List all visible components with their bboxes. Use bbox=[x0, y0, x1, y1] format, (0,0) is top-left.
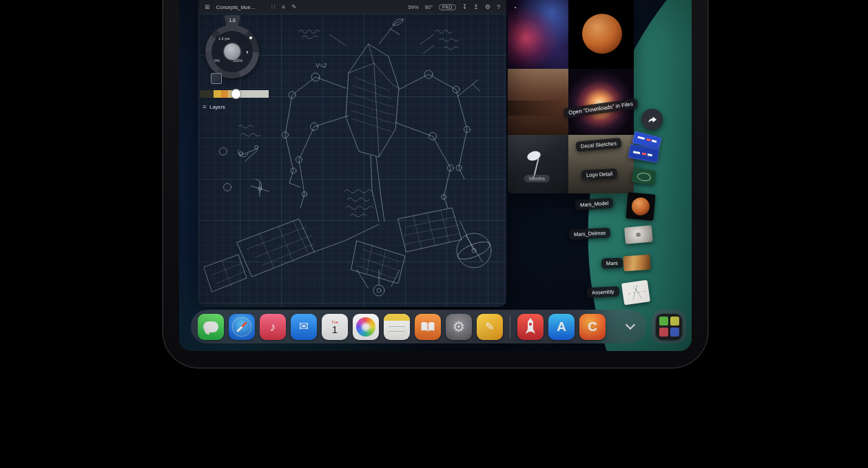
dish-decoration bbox=[526, 149, 541, 162]
canvas-annotation: V=2 bbox=[316, 62, 327, 69]
mars-thumbnail[interactable] bbox=[623, 255, 650, 272]
download-icon[interactable]: ↧ bbox=[462, 4, 468, 10]
settings-app-icon[interactable]: ⚙ bbox=[446, 314, 472, 340]
notes-app-icon[interactable] bbox=[384, 314, 410, 340]
opacity-max-label: 100% bbox=[233, 58, 242, 63]
swatch-charcoal[interactable] bbox=[200, 90, 214, 98]
pen-icon[interactable]: ✎ bbox=[291, 4, 297, 10]
app-library-icon[interactable] bbox=[656, 314, 682, 340]
rocket-app-icon[interactable] bbox=[517, 314, 544, 340]
opacity-min-label: 0% bbox=[214, 58, 220, 63]
app-library-tile bbox=[670, 328, 679, 337]
notes-line bbox=[389, 326, 405, 328]
notes-line bbox=[389, 331, 405, 332]
export-icon[interactable]: ↥ bbox=[473, 4, 479, 10]
layers-title: Layers bbox=[209, 104, 225, 110]
mars-model-thumbnail[interactable] bbox=[626, 192, 655, 220]
stage: Months All ⊞ Concepts_blue… ∷ ≡ ✎ 59% 90… bbox=[0, 0, 868, 468]
dock: ♪ ✉ Tue 1 ⚙ bbox=[191, 310, 646, 343]
tab-months[interactable]: Months bbox=[524, 175, 550, 182]
pro-badge[interactable]: PRO bbox=[439, 4, 456, 10]
gear-icon: ⚙ bbox=[453, 319, 466, 334]
menu-icon[interactable]: ≡ bbox=[282, 4, 285, 10]
concepts-window: ⊞ Concepts_blue… ∷ ≡ ✎ 59% 90° PRO ↧ ↥ ⚙… bbox=[198, 0, 506, 307]
drag-item-label[interactable]: Mars bbox=[601, 257, 623, 268]
calendar-day: 1 bbox=[332, 324, 338, 335]
tool-wheel[interactable]: 1.6 1.6 pts 0% 100% ◐ bbox=[205, 25, 259, 78]
drag-item-label[interactable]: Assembly bbox=[587, 286, 619, 298]
flower-icon bbox=[356, 317, 375, 337]
concepts-c-icon: C bbox=[588, 320, 597, 333]
rocket-icon bbox=[525, 318, 537, 335]
messages-app-icon[interactable] bbox=[198, 314, 224, 340]
rotation-value[interactable]: 90° bbox=[425, 4, 433, 10]
concepts-toolbar: ⊞ Concepts_blue… ∷ ≡ ✎ 59% 90° PRO ↧ ↥ ⚙… bbox=[198, 0, 506, 14]
music-app-icon[interactable]: ♪ bbox=[260, 314, 286, 340]
app-library-tile bbox=[670, 317, 679, 326]
brush-size-tab[interactable]: 1.6 bbox=[224, 15, 240, 25]
zoom-level[interactable]: 59% bbox=[409, 4, 419, 10]
photos-app-icon[interactable] bbox=[353, 314, 379, 340]
tool-wheel-knob[interactable] bbox=[224, 43, 240, 60]
logo-thumbnail[interactable] bbox=[632, 168, 657, 185]
wheel-marker-dot bbox=[249, 36, 252, 39]
file-name[interactable]: Concepts_blue… bbox=[216, 4, 256, 10]
mars-deimos-thumbnail[interactable] bbox=[624, 225, 653, 244]
dock-collapse-button[interactable] bbox=[621, 314, 639, 340]
help-icon[interactable]: ? bbox=[497, 4, 500, 10]
app-store-a-icon: A bbox=[557, 320, 566, 333]
pencil-app-icon[interactable]: ✎ bbox=[477, 314, 503, 340]
layers-menu-icon: ≡ bbox=[203, 104, 206, 110]
photo-spacecraft[interactable] bbox=[508, 135, 568, 193]
photo-nebula[interactable] bbox=[508, 0, 568, 69]
ipad-device: Months All ⊞ Concepts_blue… ∷ ≡ ✎ 59% 90… bbox=[163, 0, 707, 368]
swatch-orange[interactable] bbox=[221, 90, 228, 98]
recent-app-container bbox=[652, 310, 686, 343]
notes-header-strip bbox=[384, 314, 410, 321]
forward-arrow-icon bbox=[647, 114, 658, 125]
app-library-tile bbox=[659, 317, 668, 326]
photo-mars-planet[interactable] bbox=[568, 0, 634, 69]
stars-decoration bbox=[515, 7, 516, 8]
forward-share-button[interactable] bbox=[641, 109, 663, 130]
mail-app-icon[interactable]: ✉ bbox=[291, 314, 317, 340]
brush-size-label: 1.6 pts bbox=[216, 36, 232, 41]
app-library-tile bbox=[659, 328, 668, 337]
calendar-app-icon[interactable]: Tue 1 bbox=[322, 314, 348, 340]
open-book-icon bbox=[420, 321, 435, 332]
strip-knob[interactable] bbox=[231, 89, 240, 98]
settings-gear-icon[interactable]: ⚙ bbox=[485, 4, 490, 10]
swatch-yellow[interactable] bbox=[214, 90, 221, 98]
app-store-icon[interactable]: A bbox=[548, 314, 575, 340]
music-note-icon: ♪ bbox=[270, 321, 276, 333]
layers-header[interactable]: ≡ Layers bbox=[203, 104, 225, 110]
safari-app-icon[interactable] bbox=[229, 314, 255, 340]
chat-bubble-icon bbox=[203, 321, 218, 332]
compass-icon bbox=[232, 317, 251, 337]
pencil-icon: ✎ bbox=[485, 321, 494, 332]
app-home-icon[interactable]: ⊞ bbox=[205, 4, 210, 10]
color-strip[interactable] bbox=[200, 90, 269, 98]
grid-dots-icon[interactable]: ∷ bbox=[271, 4, 276, 10]
dock-divider bbox=[510, 316, 510, 338]
contrast-icon[interactable]: ◐ bbox=[246, 49, 249, 55]
assembly-thumbnail[interactable] bbox=[621, 280, 650, 306]
books-app-icon[interactable] bbox=[415, 314, 441, 340]
rocket-window bbox=[529, 323, 532, 326]
drag-item-label[interactable]: Logo Detail bbox=[581, 169, 618, 181]
chevron-down-icon bbox=[626, 320, 635, 330]
photo-desert[interactable] bbox=[508, 69, 568, 135]
ipad-screen: Months All ⊞ Concepts_blue… ∷ ≡ ✎ 59% 90… bbox=[179, 0, 692, 351]
photos-window[interactable]: Months All bbox=[508, 0, 634, 193]
drag-item-label[interactable]: Mars_Deimos bbox=[569, 227, 611, 240]
mars-globe bbox=[582, 14, 622, 54]
canvas-preview-chip[interactable] bbox=[211, 73, 222, 84]
compass-needle bbox=[236, 321, 247, 332]
concepts-app-icon[interactable]: C bbox=[579, 314, 606, 340]
envelope-icon: ✉ bbox=[299, 321, 309, 332]
